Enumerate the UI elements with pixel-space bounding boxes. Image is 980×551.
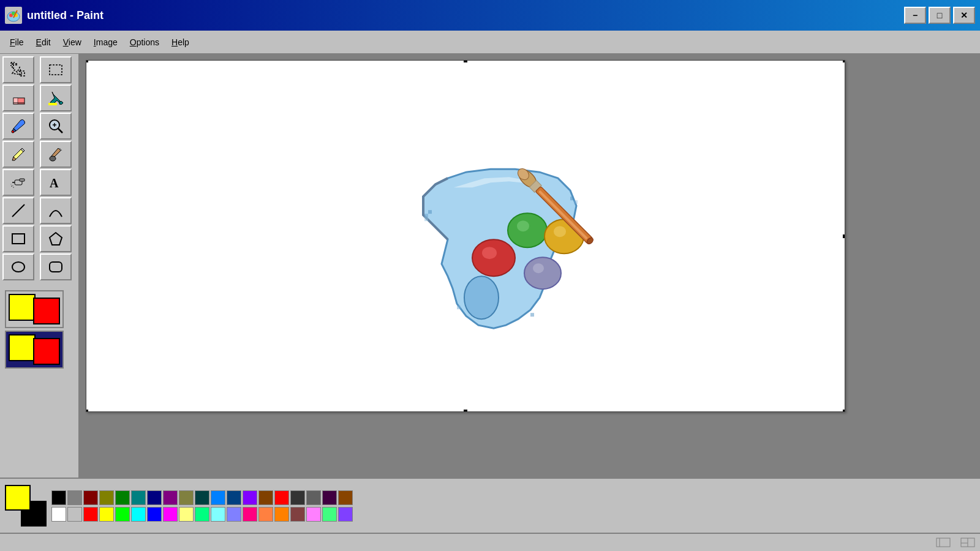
svg-point-30 [13,187,14,188]
toolbar-bg-color-2 [33,338,60,365]
color-swatch[interactable] [274,507,289,522]
color-swatch[interactable] [115,490,130,505]
color-swatch[interactable] [211,490,225,505]
color-swatch[interactable] [306,507,321,522]
color-swatch[interactable] [258,507,273,522]
toolbar-fg-color [9,294,36,321]
color-swatch[interactable] [290,507,305,522]
tool-line[interactable] [2,197,34,224]
menu-options[interactable]: Options [124,35,165,50]
tool-curve[interactable] [40,197,72,224]
menu-image[interactable]: Image [88,35,124,50]
app-icon [5,7,22,24]
color-swatch[interactable] [227,490,241,505]
svg-point-39 [464,276,499,319]
resize-handle-right[interactable] [843,234,845,238]
svg-point-25 [50,156,56,161]
menu-bar: File Edit View Image Options Help [0,31,980,54]
svg-point-43 [517,220,529,231]
svg-rect-61 [937,538,950,547]
color-swatch[interactable] [227,507,241,522]
color-swatch[interactable] [163,490,178,505]
tool-brush[interactable] [40,141,72,168]
window-controls: − □ ✕ [904,7,975,24]
color-swatch[interactable] [211,507,225,522]
resize-handle-bottomleft[interactable] [86,410,88,412]
menu-edit[interactable]: Edit [30,35,57,50]
palette-colors [51,490,353,522]
paint-canvas[interactable] [86,60,845,412]
tool-ellipse[interactable] [2,253,34,280]
tool-rect-select[interactable] [40,56,72,83]
resize-handle-bottomright[interactable] [843,410,845,412]
color-swatch[interactable] [338,507,353,522]
menu-file[interactable]: File [4,35,30,50]
close-button[interactable]: ✕ [953,7,975,24]
color-swatch[interactable] [195,507,209,522]
color-swatch[interactable] [51,490,66,505]
tool-magnify[interactable] [40,113,72,140]
color-swatch[interactable] [179,490,194,505]
color-swatch[interactable] [322,490,337,505]
color-swatch[interactable] [274,490,289,505]
tool-free-select[interactable] [2,56,34,83]
svg-point-19 [12,130,14,133]
color-preview-box-2[interactable] [5,331,64,369]
color-swatch[interactable] [243,507,257,522]
minimize-button[interactable]: − [904,7,926,24]
coords-icon [936,538,951,547]
color-swatch[interactable] [179,507,194,522]
color-swatch[interactable] [131,490,146,505]
color-swatch[interactable] [147,507,162,522]
color-swatch[interactable] [163,507,178,522]
canvas-wrapper[interactable] [80,54,980,478]
svg-line-22 [58,129,62,133]
color-swatch[interactable] [67,490,82,505]
resize-handle-top[interactable] [464,60,467,62]
color-swatch[interactable] [147,490,162,505]
svg-point-45 [554,226,566,237]
resize-handle-topleft[interactable] [86,60,88,62]
color-swatch[interactable] [243,490,257,505]
resize-handle-bottom[interactable] [464,410,467,412]
color-swatch[interactable] [322,507,337,522]
tool-airbrush[interactable] [2,169,34,196]
color-swatch[interactable] [99,490,114,505]
menu-help[interactable]: Help [165,35,195,50]
color-swatch[interactable] [83,507,98,522]
tool-pencil[interactable] [2,141,34,168]
color-swatch[interactable] [338,490,353,505]
palette-body [423,169,584,328]
svg-rect-51 [570,197,574,200]
tool-text[interactable]: A [40,169,72,196]
color-swatch[interactable] [195,490,209,505]
resize-handle-topright[interactable] [843,60,845,62]
color-swatch[interactable] [306,490,321,505]
tool-eraser[interactable] [2,84,34,111]
color-preview-box-1[interactable] [5,290,64,328]
svg-rect-18 [48,103,57,105]
color-swatch[interactable] [290,490,305,505]
size-icon [960,538,975,547]
color-palette-area [0,478,980,533]
svg-rect-27 [20,179,24,181]
tool-polygon[interactable] [40,225,72,252]
tool-fill[interactable] [40,84,72,111]
tool-rectangle[interactable] [2,225,34,252]
svg-marker-36 [50,233,62,245]
color-swatch[interactable] [51,507,66,522]
color-swatch[interactable] [67,507,82,522]
svg-rect-50 [424,217,428,221]
svg-rect-35 [12,234,24,244]
menu-view[interactable]: View [57,35,88,50]
color-swatch[interactable] [99,507,114,522]
maximize-button[interactable]: □ [929,7,951,24]
active-foreground-color[interactable] [5,485,31,511]
tool-eyedropper[interactable] [2,113,34,140]
active-colors [5,485,47,527]
tool-rounded-rect[interactable] [40,253,72,280]
color-swatch[interactable] [83,490,98,505]
color-swatch[interactable] [258,490,273,505]
color-swatch[interactable] [131,507,146,522]
color-swatch[interactable] [115,507,130,522]
